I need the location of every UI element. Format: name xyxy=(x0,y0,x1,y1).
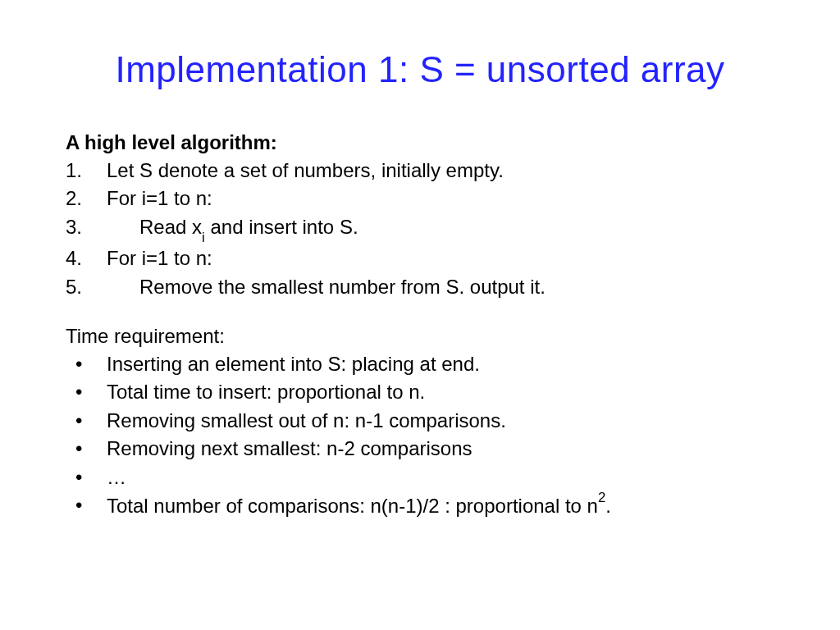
bullet-item: •… xyxy=(66,464,774,491)
bullet-marker: • xyxy=(66,464,107,491)
superscript: 2 xyxy=(598,490,605,505)
bullet-item: •Inserting an element into S: placing at… xyxy=(66,351,774,377)
step-number: 5. xyxy=(66,274,107,300)
step-text: Let S denote a set of numbers, initially… xyxy=(107,158,504,184)
step-text: For i=1 to n: xyxy=(107,245,212,272)
algorithm-heading: A high level algorithm: xyxy=(66,131,774,154)
step-text: For i=1 to n: xyxy=(107,185,212,212)
bullet-marker: • xyxy=(66,408,107,434)
time-requirement-label: Time requirement: xyxy=(66,325,774,348)
bullet-text: Total number of comparisons: n(n-1)/2 : … xyxy=(107,492,611,519)
bullet-text: Inserting an element into S: placing at … xyxy=(107,351,480,377)
algorithm-steps: 1.Let S denote a set of numbers, initial… xyxy=(66,158,774,300)
bullet-marker: • xyxy=(66,351,107,377)
bullet-item: •Total time to insert: proportional to n… xyxy=(66,379,774,405)
bullet-item: •Total number of comparisons: n(n-1)/2 :… xyxy=(66,492,774,519)
time-requirement-bullets: •Inserting an element into S: placing at… xyxy=(66,351,774,519)
step-text: Remove the smallest number from S. outpu… xyxy=(107,274,546,300)
subscript: i xyxy=(202,230,205,245)
algorithm-step: 3.Read xi and insert into S. xyxy=(66,214,774,244)
step-number: 2. xyxy=(66,185,107,212)
step-number: 1. xyxy=(66,158,107,184)
slide-title: Implementation 1: S = unsorted array xyxy=(66,49,774,90)
step-number: 4. xyxy=(66,245,107,272)
algorithm-step: 5.Remove the smallest number from S. out… xyxy=(66,274,774,300)
bullet-text: Removing smallest out of n: n-1 comparis… xyxy=(107,408,506,434)
bullet-marker: • xyxy=(66,492,107,519)
bullet-text: Removing next smallest: n-2 comparisons xyxy=(107,436,472,462)
step-number: 3. xyxy=(66,214,107,244)
algorithm-step: 2.For i=1 to n: xyxy=(66,185,774,212)
bullet-text: Total time to insert: proportional to n. xyxy=(107,379,425,405)
bullet-item: •Removing next smallest: n-2 comparisons xyxy=(66,436,774,462)
bullet-text: … xyxy=(107,464,126,491)
algorithm-step: 1.Let S denote a set of numbers, initial… xyxy=(66,158,774,184)
bullet-marker: • xyxy=(66,436,107,462)
bullet-marker: • xyxy=(66,379,107,405)
algorithm-step: 4.For i=1 to n: xyxy=(66,245,774,272)
bullet-item: •Removing smallest out of n: n-1 compari… xyxy=(66,408,774,434)
step-text: Read xi and insert into S. xyxy=(107,214,358,244)
